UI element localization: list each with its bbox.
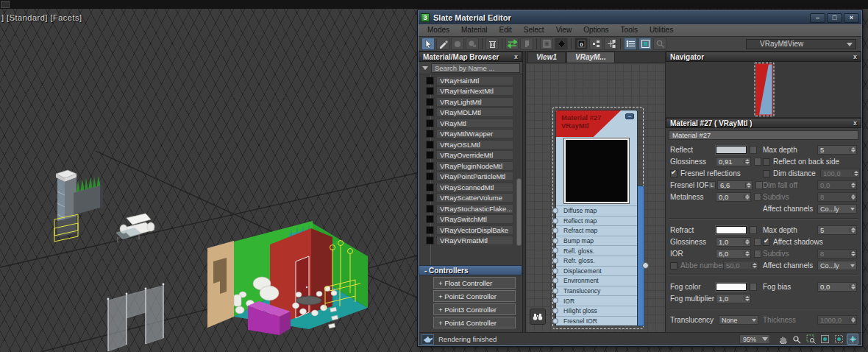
node-slot[interactable]: Displacement	[556, 266, 637, 276]
abbe-number-spinner[interactable]: 50,0	[723, 261, 758, 270]
fog-multiplier-spinner[interactable]: 1,0	[716, 294, 751, 303]
material-list-item[interactable]: VRayMDLMtl	[436, 108, 513, 117]
dim-distance-checkbox[interactable]	[763, 170, 770, 177]
search-input[interactable]: Search by Name ...	[431, 63, 520, 73]
spinner-arrows-icon[interactable]	[850, 317, 856, 323]
thickness-spinner[interactable]: 1000,0	[817, 315, 857, 325]
node-collapse-button[interactable]: –	[625, 113, 634, 119]
controller-item[interactable]: + Point3 Controller	[433, 303, 516, 315]
fresnel-ior-spinner[interactable]: 6,6	[717, 180, 753, 190]
node-header[interactable]: Material #27 VRayMtl –	[556, 110, 637, 137]
material-name-field[interactable]: Material #27	[669, 130, 858, 140]
active-view-selector[interactable]: VRayMtlView	[746, 39, 856, 49]
layout-children-icon[interactable]	[604, 38, 617, 50]
view-zoom-select[interactable]: 95%	[739, 334, 770, 344]
translucency-dropdown[interactable]: None	[719, 315, 758, 325]
select-tool-icon[interactable]	[421, 38, 435, 50]
dim-falloff-spinner[interactable]: 0,0	[817, 180, 857, 190]
material-list-item[interactable]: VRayScatterVolume	[436, 193, 513, 203]
spinner-arrows-icon[interactable]	[744, 251, 750, 256]
material-map-browser-toggle-icon[interactable]	[624, 38, 637, 50]
refract-map-button[interactable]	[750, 226, 757, 234]
refract-color-swatch[interactable]	[716, 226, 747, 234]
slot-socket[interactable]	[552, 247, 558, 253]
spinner-arrows-icon[interactable]	[745, 183, 752, 188]
affect-shadows-checkbox[interactable]	[763, 239, 770, 246]
node-preview[interactable]	[564, 138, 629, 203]
spinner-arrows-icon[interactable]	[751, 263, 758, 268]
glossiness2-spinner[interactable]: 1,0	[716, 237, 751, 247]
node-slot[interactable]: Refract map	[556, 225, 637, 236]
affect-channels-dropdown[interactable]: Co...ly	[817, 204, 857, 214]
close-button[interactable]: ×	[844, 13, 859, 23]
slot-socket[interactable]	[552, 238, 558, 244]
slot-socket[interactable]	[552, 318, 558, 324]
viewport-scene[interactable]	[0, 0, 423, 352]
slot-socket[interactable]	[552, 278, 558, 284]
glass-partition[interactable]	[107, 284, 165, 351]
affect-channels2-dropdown[interactable]: Co...ly	[817, 261, 857, 270]
layout-all-icon[interactable]	[589, 38, 602, 50]
spinner-arrows-icon[interactable]	[850, 147, 856, 152]
move-children-icon[interactable]	[505, 38, 519, 50]
pan-to-selected-button[interactable]	[530, 309, 546, 325]
show-shaded-material-icon[interactable]	[555, 38, 568, 50]
material-list-item[interactable]: VRayHairNextMtl	[436, 86, 513, 96]
fresnel-ior-lock-button[interactable]: L	[708, 181, 716, 189]
controller-item[interactable]: + Float Controller	[433, 277, 516, 289]
controller-item[interactable]: + Point2 Controller	[433, 290, 516, 302]
maximize-button[interactable]: □	[827, 13, 842, 23]
show-map-in-viewport-icon[interactable]	[540, 38, 553, 50]
node-slot[interactable]: Fresnel IOR	[556, 316, 637, 326]
material-list-item[interactable]: VRayScannedMtl	[436, 183, 513, 192]
material-list-item[interactable]: VRayOverrideMtl	[436, 150, 513, 160]
browser-close-icon[interactable]: x	[514, 54, 518, 60]
ior-spinner[interactable]: 6,0	[716, 249, 751, 258]
max-depth-spinner[interactable]: 5	[817, 145, 857, 155]
controllers-group-header[interactable]: - Controllers	[419, 265, 522, 275]
metalness-map-button[interactable]	[754, 193, 761, 201]
spinner-arrows-icon[interactable]	[744, 159, 750, 164]
slot-socket[interactable]	[552, 228, 558, 233]
node-slot[interactable]: Diffuse map	[556, 205, 637, 216]
material-list-item[interactable]: VRayPointParticleMtl	[436, 172, 513, 181]
spinner-arrows-icon[interactable]	[744, 296, 750, 301]
fog-bias-spinner[interactable]: 0,0	[817, 282, 857, 292]
menu-item[interactable]: Select	[518, 24, 550, 36]
material-list-item[interactable]: VRayVRmatMtl	[436, 236, 513, 245]
round-table[interactable]	[296, 296, 321, 305]
menu-item[interactable]: Options	[577, 24, 614, 36]
controller-item[interactable]: + Point4 Controller	[433, 317, 516, 328]
pan-to-selected-icon[interactable]	[847, 334, 858, 345]
parameters-close-icon[interactable]: x	[853, 120, 857, 127]
subdivs2-spinner[interactable]: 8	[817, 249, 857, 258]
glossiness2-map-button[interactable]	[754, 238, 761, 246]
pick-material-icon[interactable]	[436, 38, 449, 50]
glossiness-spinner[interactable]: 0,91	[716, 157, 751, 166]
spinner-arrows-icon[interactable]	[850, 194, 856, 200]
viewport-label[interactable]: ] [Standard] [Facets]	[1, 13, 82, 22]
reflect-map-button[interactable]	[750, 146, 757, 154]
fresnel-ior-map-button[interactable]	[755, 181, 763, 189]
material-node[interactable]: Material #27 VRayMtl – Diffuse	[552, 107, 644, 329]
node-slot[interactable]: Refl. gloss.	[556, 245, 637, 256]
subdivs-spinner[interactable]: 8	[817, 192, 857, 202]
node-slot[interactable]: Refr. gloss.	[556, 256, 637, 266]
browser-scrollbar[interactable]	[516, 178, 522, 246]
material-list-item[interactable]: VRayStochasticFlake...	[436, 204, 513, 214]
menu-item[interactable]: Edit	[494, 24, 518, 36]
spinner-arrows-icon[interactable]	[744, 194, 750, 200]
node-canvas[interactable]: Material #27 VRayMtl – Diffuse	[526, 63, 665, 332]
slot-socket[interactable]	[552, 298, 558, 303]
slot-socket[interactable]	[552, 288, 558, 294]
node-slot[interactable]: Hilight gloss	[556, 306, 637, 316]
spinner-arrows-icon[interactable]	[744, 239, 750, 244]
fog-color-swatch[interactable]	[716, 283, 747, 291]
spinner-arrows-icon[interactable]	[850, 251, 856, 256]
material-list-item[interactable]: VRayHairMtl	[436, 76, 513, 85]
abbe-number-checkbox[interactable]	[670, 262, 677, 270]
slot-socket[interactable]	[552, 218, 558, 224]
max-depth2-spinner[interactable]: 5	[817, 225, 857, 235]
hide-unused-slots-icon[interactable]	[520, 38, 533, 50]
material-list-item[interactable]: VRayMtl	[436, 119, 513, 128]
